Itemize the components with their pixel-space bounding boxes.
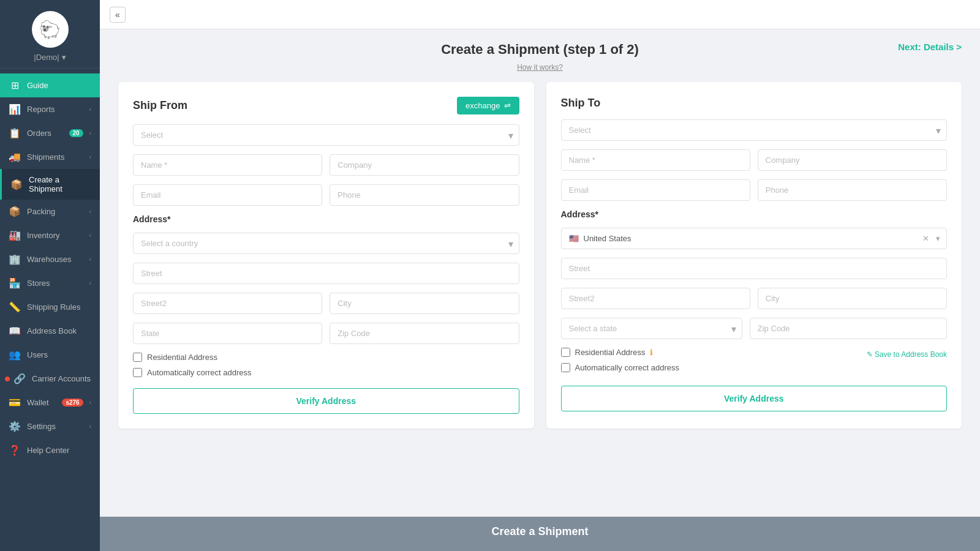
stores-icon: 🏪 [9, 277, 21, 289]
chevron-down-icon: ▾ [936, 234, 940, 243]
ship-from-state-input[interactable] [133, 323, 322, 344]
sidebar: 🐑 |Demo| ▾ ⊞ Guide 📊 Reports ‹ 📋 Orders … [0, 0, 100, 551]
inventory-icon: 🏭 [9, 230, 21, 241]
ship-to-select[interactable]: Select [561, 119, 948, 141]
ship-from-email-input[interactable] [133, 184, 322, 206]
users-icon: 👥 [9, 349, 21, 361]
sidebar-item-warehouses[interactable]: 🏢 Warehouses ‹ [0, 247, 100, 271]
ship-from-street2-city-row [133, 293, 519, 314]
packing-icon: 📦 [9, 206, 21, 217]
sidebar-item-stores[interactable]: 🏪 Stores ‹ [0, 271, 100, 295]
help-icon: ❓ [9, 444, 21, 456]
ship-from-street-input[interactable] [133, 263, 519, 284]
ship-to-zip-input[interactable] [750, 318, 947, 339]
ship-from-phone-input[interactable] [330, 184, 519, 206]
reports-icon: 📊 [9, 103, 21, 115]
exchange-button[interactable]: exchange ⇌ [457, 97, 519, 114]
sidebar-item-settings[interactable]: ⚙️ Settings ‹ [0, 414, 100, 438]
avatar: 🐑 [32, 11, 69, 48]
chevron-icon: ‹ [89, 423, 91, 430]
ship-to-residential-checkbox[interactable]: Residential Address ℹ [561, 348, 680, 357]
sidebar-item-address-book[interactable]: 📖 Address Book [0, 319, 100, 343]
ship-to-city-input[interactable] [758, 288, 947, 309]
sidebar-item-packing[interactable]: 📦 Packing ‹ [0, 200, 100, 223]
sidebar-item-help-center[interactable]: ❓ Help Center [0, 438, 100, 462]
sidebar-item-create-shipment[interactable]: 📦 Create a Shipment [0, 169, 100, 200]
ship-from-select-wrapper: Select [133, 124, 519, 146]
ship-to-auto-correct-checkbox[interactable]: Automatically correct address [561, 363, 680, 372]
sidebar-item-guide[interactable]: ⊞ Guide [0, 73, 100, 97]
sidebar-item-inventory[interactable]: 🏭 Inventory ‹ [0, 223, 100, 247]
ship-to-name-input[interactable] [561, 149, 750, 171]
orders-icon: 📋 [9, 127, 21, 139]
ship-from-verify-button[interactable]: Verify Address [133, 388, 519, 414]
ship-from-address-label: Address* [133, 214, 519, 224]
top-bar: « [100, 0, 980, 29]
ship-from-zip-input[interactable] [330, 323, 519, 344]
ship-to-country-selector[interactable]: 🇺🇸 United States ✕ ▾ [561, 228, 948, 249]
us-flag-icon: 🇺🇸 [569, 234, 579, 243]
ship-from-name-input[interactable] [133, 154, 322, 176]
ship-from-name-company-row [133, 154, 519, 176]
chevron-icon: ‹ [89, 232, 91, 239]
ship-from-auto-correct-checkbox[interactable]: Automatically correct address [133, 368, 519, 377]
ship-from-country-select[interactable]: Select a country [133, 233, 519, 254]
ship-from-residential-checkbox[interactable]: Residential Address [133, 353, 519, 362]
chevron-icon: ‹ [89, 280, 91, 287]
ship-from-select[interactable]: Select [133, 124, 519, 146]
sidebar-item-users[interactable]: 👥 Users [0, 343, 100, 367]
ship-from-city-input[interactable] [330, 293, 519, 314]
page-header: Create a Shipment (step 1 of 2) How it w… [118, 42, 962, 72]
carrier-accounts-icon: 🔗 [13, 373, 26, 384]
next-details-button[interactable]: Next: Details > [898, 42, 962, 52]
ship-to-street2-city-row [561, 288, 948, 309]
panels: Ship From exchange ⇌ Select [118, 82, 962, 429]
ship-from-email-phone-row [133, 184, 519, 206]
sidebar-item-wallet[interactable]: 💳 Wallet s276 ‹ [0, 391, 100, 414]
chevron-icon: ‹ [89, 208, 91, 215]
ship-to-verify-button[interactable]: Verify Address [561, 386, 948, 411]
ship-to-street-input[interactable] [561, 258, 948, 279]
ship-to-state-zip-row: Select a state [561, 318, 948, 339]
ship-to-email-phone-row [561, 179, 948, 201]
chevron-icon: ‹ [89, 130, 91, 137]
warehouses-icon: 🏢 [9, 253, 21, 265]
ship-to-company-input[interactable] [758, 149, 947, 171]
demo-dropdown[interactable]: |Demo| ▾ [34, 53, 66, 62]
wallet-icon: 💳 [9, 397, 21, 408]
page-title: Create a Shipment (step 1 of 2) [118, 42, 962, 58]
ship-to-panel: Ship To Select Address* 🇺� [546, 82, 962, 429]
save-icon: ✎ [867, 350, 875, 359]
ship-to-email-input[interactable] [561, 179, 750, 201]
ship-to-state-select[interactable]: Select a state [561, 318, 742, 339]
how-it-works-link[interactable]: How it works? [517, 63, 563, 72]
main-area: « Create a Shipment (step 1 of 2) How it… [100, 0, 980, 551]
chevron-icon: ‹ [89, 399, 91, 406]
chevron-icon: ‹ [89, 256, 91, 263]
clear-country-icon[interactable]: ✕ [922, 234, 929, 243]
sidebar-item-reports[interactable]: 📊 Reports ‹ [0, 97, 100, 121]
create-shipment-icon: 📦 [10, 179, 23, 190]
ship-to-street2-input[interactable] [561, 288, 750, 309]
settings-icon: ⚙️ [9, 421, 21, 432]
save-to-address-book-link[interactable]: ✎ Save to Address Book [867, 350, 947, 359]
ship-from-header: Ship From exchange ⇌ [133, 97, 519, 114]
ship-from-street2-input[interactable] [133, 293, 322, 314]
collapse-sidebar-button[interactable]: « [110, 7, 126, 23]
ship-to-address-label: Address* [561, 209, 948, 219]
sidebar-nav: ⊞ Guide 📊 Reports ‹ 📋 Orders 20 ‹ 🚚 Ship… [0, 69, 100, 551]
ship-from-state-zip-row [133, 323, 519, 344]
chevron-icon: ‹ [89, 106, 91, 113]
notification-dot [5, 377, 10, 381]
sidebar-item-carrier-accounts[interactable]: 🔗 Carrier Accounts [0, 367, 100, 391]
ship-to-title: Ship To [561, 97, 601, 110]
shipments-icon: 🚚 [9, 151, 21, 163]
ship-from-company-input[interactable] [330, 154, 519, 176]
address-book-icon: 📖 [9, 325, 21, 337]
sidebar-item-shipments[interactable]: 🚚 Shipments ‹ [0, 145, 100, 169]
bottom-bar: Create a Shipment [100, 517, 980, 551]
main-content: Create a Shipment (step 1 of 2) How it w… [100, 29, 980, 517]
sidebar-item-shipping-rules[interactable]: 📏 Shipping Rules [0, 295, 100, 319]
ship-to-phone-input[interactable] [758, 179, 947, 201]
sidebar-item-orders[interactable]: 📋 Orders 20 ‹ [0, 121, 100, 145]
